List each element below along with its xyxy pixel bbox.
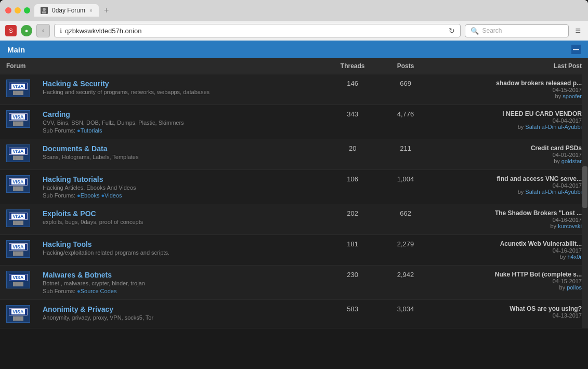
browser-window: 0day Forum × + S ● ‹ ℹ qzbkwswkvlded57h.…	[0, 0, 588, 328]
sub-forum-link[interactable]: Ebooks	[81, 192, 100, 199]
forum-name-link[interactable]: Documents & Data	[43, 144, 107, 153]
last-post-by: by Salah al-Din al-Ayubbi	[435, 124, 582, 130]
sub-forum-link[interactable]: Source Codes	[81, 288, 117, 294]
sub-forums: Sub Forums: ●Ebooks ●Videos	[43, 192, 317, 199]
last-post-date: 04-16-2017	[435, 247, 582, 254]
last-post-by: by pollos	[435, 284, 582, 291]
last-post-cell: The Shadow Brokers "Lost ... 04-16-2017 …	[429, 204, 588, 235]
threads-count: 20	[323, 139, 382, 170]
forum-name-link[interactable]: Hacking Tutorials	[43, 175, 103, 183]
forum-name-link[interactable]: Hacking Tools	[43, 240, 92, 248]
last-post-title[interactable]: find and access VNC serve...	[435, 175, 582, 182]
forum-icon: VISA ████	[6, 271, 30, 288]
forum-description: Anonymity, privacy, proxy, VPN, socks5, …	[43, 314, 317, 321]
last-post-author[interactable]: kurcovski	[558, 223, 582, 229]
forum-icon-cell: VISA ████	[0, 266, 36, 300]
forum-name-link[interactable]: Malwares & Botnets	[43, 271, 112, 279]
title-bar: 0day Forum × +	[0, 0, 588, 21]
forum-icon-cell: VISA ████	[0, 204, 36, 235]
scrollbar-thumb[interactable]	[582, 166, 587, 208]
last-post-title[interactable]: Nuke HTTP Bot (complete s...	[435, 271, 582, 278]
scrollbar[interactable]	[582, 58, 588, 328]
last-post-title[interactable]: I NEED EU CARD VENDOR	[435, 110, 582, 117]
lastpost-column-header: Last Post	[429, 58, 588, 74]
last-post-title[interactable]: What OS are you using?	[435, 305, 582, 312]
main-label: Main	[7, 45, 25, 54]
svg-point-1	[43, 8, 46, 11]
forum-description: CVV, Bins, SSN, DOB, Fullz, Dumps, Plast…	[43, 120, 317, 126]
forum-icon-cell: VISA ████	[0, 170, 36, 204]
last-post-title[interactable]: Credit card PSDs	[435, 144, 582, 152]
last-post-cell: Credit card PSDs 04-01-2017 by goldstar	[429, 139, 588, 170]
last-post-author[interactable]: Salah al-Din al-Ayubbi	[525, 189, 582, 195]
main-section-header: Main —	[0, 41, 588, 58]
search-bar[interactable]: 🔍 Search	[465, 24, 569, 37]
forum-name-link[interactable]: Anonimity & Privacy	[43, 305, 113, 313]
last-post-by: by spoofer	[435, 93, 582, 99]
minimize-window-button[interactable]	[15, 7, 21, 14]
forum-list-area: Forum Threads Posts Last Post VISA ████ …	[0, 58, 588, 328]
addon-icon-2[interactable]: ●	[21, 25, 32, 36]
last-post-title[interactable]: Acunetix Web Vulnerabilit...	[435, 240, 582, 247]
sub-forum-link[interactable]: Tutorials	[81, 127, 102, 134]
forum-info-cell: Hacking Tutorials Hacking Articles, Eboo…	[36, 170, 323, 204]
threads-count: 106	[323, 170, 382, 204]
tab-close-button[interactable]: ×	[89, 8, 93, 14]
forum-info-cell: Carding CVV, Bins, SSN, DOB, Fullz, Dump…	[36, 105, 323, 139]
threads-count: 230	[323, 266, 382, 300]
sub-forum-link[interactable]: Videos	[104, 192, 122, 199]
posts-count: 662	[382, 204, 429, 235]
forum-description: Scans, Holograms, Labels, Templates	[43, 154, 317, 160]
last-post-author[interactable]: h4x0r	[567, 254, 582, 260]
last-post-author[interactable]: spoofer	[563, 93, 582, 99]
sub-forums: Sub Forums: ●Source Codes	[43, 288, 317, 294]
last-post-cell: What OS are you using? 04-13-2017	[429, 300, 588, 328]
last-post-title[interactable]: The Shadow Brokers "Lost ...	[435, 209, 582, 217]
forum-info-cell: Documents & Data Scans, Holograms, Label…	[36, 139, 323, 170]
close-window-button[interactable]	[5, 7, 11, 14]
reload-button[interactable]: ↻	[449, 27, 455, 35]
table-row: VISA ████ Carding CVV, Bins, SSN, DOB, F…	[0, 105, 588, 139]
last-post-date: 04-15-2017	[435, 278, 582, 284]
section-minimize-button[interactable]: —	[571, 45, 581, 54]
last-post-date: 04-04-2017	[435, 117, 582, 124]
last-post-author[interactable]: Salah al-Din al-Ayubbi	[525, 124, 582, 130]
forum-info-cell: Anonimity & Privacy Anonymity, privacy, …	[36, 300, 323, 328]
threads-count: 343	[323, 105, 382, 139]
addon-icon-1[interactable]: S	[5, 25, 17, 36]
forum-name-link[interactable]: Carding	[43, 110, 70, 118]
table-row: VISA ████ Hacking Tools Hacking/exploita…	[0, 235, 588, 266]
posts-column-header: Posts	[382, 58, 429, 74]
address-bar[interactable]: ℹ qzbkwswkvlded57h.onion ↻	[54, 24, 461, 37]
posts-count: 1,004	[382, 170, 429, 204]
menu-button[interactable]: ≡	[573, 25, 583, 36]
table-header-row: Forum Threads Posts Last Post	[0, 58, 588, 74]
forum-icon: VISA ████	[6, 209, 30, 227]
tab-bar: 0day Forum × +	[34, 4, 112, 17]
table-row: VISA ████ Malwares & Botnets Botnet , ma…	[0, 266, 588, 300]
new-tab-button[interactable]: +	[101, 6, 112, 15]
browser-tab[interactable]: 0day Forum ×	[34, 4, 99, 17]
sub-forums: Sub Forums: ●Tutorials	[43, 127, 317, 134]
forum-description: exploits, bugs, 0days, proof of concepts	[43, 219, 317, 225]
last-post-title[interactable]: shadow brokers released p...	[435, 80, 582, 87]
forum-description: Hacking and security of programs, networ…	[43, 89, 317, 95]
last-post-cell: Acunetix Web Vulnerabilit... 04-16-2017 …	[429, 235, 588, 266]
last-post-cell: shadow brokers released p... 04-15-2017 …	[429, 74, 588, 105]
threads-count: 146	[323, 74, 382, 105]
posts-count: 2,279	[382, 235, 429, 266]
tab-favicon	[41, 7, 48, 14]
forum-name-link[interactable]: Exploits & POC	[43, 209, 96, 218]
forum-name-link[interactable]: Hacking & Security	[43, 80, 109, 88]
maximize-window-button[interactable]	[24, 7, 30, 14]
forum-icon: VISA ████	[6, 80, 30, 97]
last-post-date: 04-01-2017	[435, 152, 582, 158]
last-post-by: by kurcovski	[435, 223, 582, 229]
back-icon: ‹	[42, 27, 44, 34]
search-placeholder: Search	[482, 27, 502, 34]
last-post-author[interactable]: pollos	[567, 284, 582, 291]
forum-info-cell: Malwares & Botnets Botnet , malwares, cr…	[36, 266, 323, 300]
last-post-author[interactable]: goldstar	[561, 158, 582, 164]
back-button[interactable]: ‹	[36, 24, 50, 37]
last-post-cell: Nuke HTTP Bot (complete s... 04-15-2017 …	[429, 266, 588, 300]
